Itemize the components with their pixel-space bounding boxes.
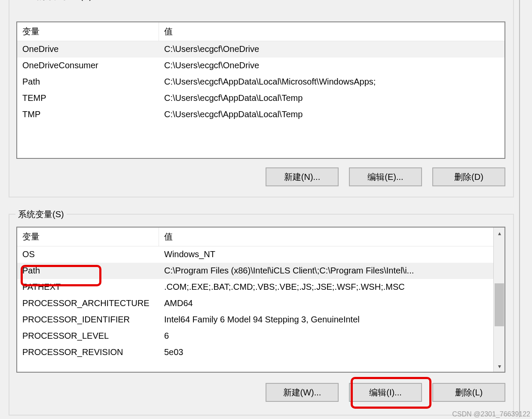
user-header-value[interactable]: 值 [159,22,504,41]
table-row[interactable]: OneDriveConsumerC:\Users\ecgcf\OneDrive [17,58,504,74]
scroll-thumb[interactable] [495,283,504,326]
row-variable: PROCESSOR_ARCHITECTURE [17,295,159,312]
table-row[interactable]: PROCESSOR_ARCHITECTUREAMD64 [17,295,504,312]
user-variables-groupbox: user 的用户变量(U) 变量 值 OneDriveC:\Users\ecgc… [9,0,514,197]
system-header-variable[interactable]: 变量 [17,228,159,246]
row-value: .COM;.EXE;.BAT;.CMD;.VBS;.VBE;.JS;.JSE;.… [159,279,504,295]
table-row[interactable]: OSWindows_NT [17,246,504,263]
row-variable: PROCESSOR_IDENTIFIER [17,312,159,328]
row-variable: Path [17,74,159,90]
row-variable: Path [17,263,159,279]
system-variables-list[interactable]: 变量 值 OSWindows_NTPathC:\Program Files (x… [16,227,505,373]
system-delete-button[interactable]: 删除(L) [432,383,505,402]
row-value: C:\Users\ecgcf\AppData\Local\Temp [159,90,504,106]
row-variable: OneDriveConsumer [17,58,159,74]
table-row[interactable]: TEMPC:\Users\ecgcf\AppData\Local\Temp [17,90,504,106]
row-variable: OS [17,246,159,263]
table-row[interactable]: TMPC:\Users\ecgcf\AppData\Local\Temp [17,106,504,123]
row-value: Windows_NT [159,246,504,263]
row-variable: TMP [17,106,159,123]
user-edit-button[interactable]: 编辑(E)... [349,167,422,186]
system-edit-button[interactable]: 编辑(I)... [349,383,422,402]
row-variable: PATHEXT [17,279,159,295]
system-variables-groupbox: 系统变量(S) 变量 值 OSWindows_NTPathC:\Program … [9,214,514,416]
row-value: 6 [159,328,504,344]
system-header-value[interactable]: 值 [159,228,504,246]
row-value: 5e03 [159,344,504,361]
user-buttons: 新建(N)... 编辑(E)... 删除(D) [266,167,505,186]
row-value: C:\Users\ecgcf\OneDrive [159,41,504,58]
user-header-variable[interactable]: 变量 [17,22,159,41]
system-list-header: 变量 值 [17,228,504,246]
table-row[interactable]: PROCESSOR_IDENTIFIERIntel64 Family 6 Mod… [17,312,504,328]
row-value: C:\Users\ecgcf\OneDrive [159,58,504,74]
system-scrollbar[interactable]: ▴ ▾ [493,228,504,372]
user-variables-list[interactable]: 变量 值 OneDriveC:\Users\ecgcf\OneDriveOneD… [16,21,505,159]
row-variable: PROCESSOR_REVISION [17,344,159,361]
table-row[interactable]: PathC:\Users\ecgcf\AppData\Local\Microso… [17,74,504,90]
scroll-down-icon[interactable]: ▾ [494,361,505,372]
user-variables-title: user 的用户变量(U) [15,0,95,2]
row-variable: PROCESSOR_LEVEL [17,328,159,344]
row-value: C:\Users\ecgcf\AppData\Local\Temp [159,106,504,123]
row-value: Intel64 Family 6 Model 94 Stepping 3, Ge… [159,312,504,328]
user-list-header: 变量 值 [17,22,504,41]
table-row[interactable]: PathC:\Program Files (x86)\Intel\iCLS Cl… [17,263,504,279]
row-variable: TEMP [17,90,159,106]
row-value: AMD64 [159,295,504,312]
system-new-button[interactable]: 新建(W)... [266,383,339,402]
scroll-up-icon[interactable]: ▴ [494,228,505,239]
table-row[interactable]: OneDriveC:\Users\ecgcf\OneDrive [17,41,504,58]
row-value: C:\Users\ecgcf\AppData\Local\Microsoft\W… [159,74,504,90]
environment-variables-dialog: user 的用户变量(U) 变量 值 OneDriveC:\Users\ecgc… [0,0,520,417]
table-row[interactable]: PATHEXT.COM;.EXE;.BAT;.CMD;.VBS;.VBE;.JS… [17,279,504,295]
system-variables-title: 系统变量(S) [15,209,67,220]
table-row[interactable]: PROCESSOR_LEVEL6 [17,328,504,344]
row-variable: OneDrive [17,41,159,58]
user-new-button[interactable]: 新建(N)... [266,167,339,186]
table-row[interactable]: PROCESSOR_REVISION5e03 [17,344,504,361]
row-value: C:\Program Files (x86)\Intel\iCLS Client… [159,263,504,279]
system-buttons: 新建(W)... 编辑(I)... 删除(L) [266,383,505,402]
user-delete-button[interactable]: 删除(D) [432,167,505,186]
